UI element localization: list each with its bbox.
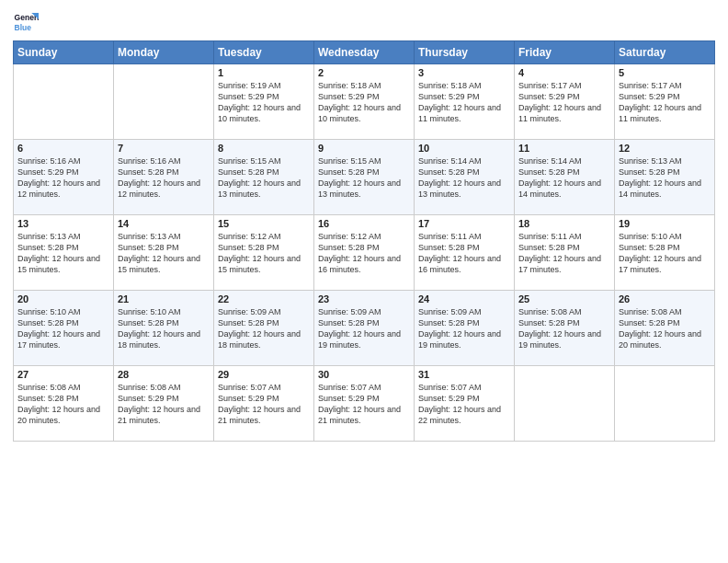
- day-number: 27: [17, 369, 109, 380]
- calendar-cell: 15Sunrise: 5:12 AM Sunset: 5:28 PM Dayli…: [214, 215, 314, 291]
- week-row-3: 13Sunrise: 5:13 AM Sunset: 5:28 PM Dayli…: [14, 215, 715, 291]
- week-row-1: 1Sunrise: 5:19 AM Sunset: 5:29 PM Daylig…: [14, 64, 715, 140]
- day-info: Sunrise: 5:10 AM Sunset: 5:28 PM Dayligh…: [619, 231, 711, 276]
- weekday-header-friday: Friday: [515, 41, 615, 64]
- calendar-cell: 1Sunrise: 5:19 AM Sunset: 5:29 PM Daylig…: [214, 64, 314, 140]
- day-info: Sunrise: 5:15 AM Sunset: 5:28 PM Dayligh…: [218, 155, 310, 201]
- week-row-2: 6Sunrise: 5:16 AM Sunset: 5:29 PM Daylig…: [14, 140, 715, 215]
- day-info: Sunrise: 5:08 AM Sunset: 5:28 PM Dayligh…: [518, 306, 610, 351]
- day-number: 8: [218, 143, 310, 154]
- calendar-cell: 18Sunrise: 5:11 AM Sunset: 5:28 PM Dayli…: [515, 215, 615, 291]
- day-number: 11: [518, 143, 610, 154]
- day-info: Sunrise: 5:11 AM Sunset: 5:28 PM Dayligh…: [418, 231, 510, 276]
- calendar-cell: 22Sunrise: 5:09 AM Sunset: 5:28 PM Dayli…: [214, 291, 314, 366]
- day-number: 21: [118, 293, 210, 304]
- weekday-header-thursday: Thursday: [415, 41, 515, 64]
- day-info: Sunrise: 5:16 AM Sunset: 5:29 PM Dayligh…: [17, 155, 109, 201]
- calendar-cell: 30Sunrise: 5:07 AM Sunset: 5:29 PM Dayli…: [314, 366, 415, 442]
- weekday-header-monday: Monday: [114, 41, 214, 64]
- day-info: Sunrise: 5:08 AM Sunset: 5:28 PM Dayligh…: [619, 306, 711, 351]
- day-info: Sunrise: 5:17 AM Sunset: 5:29 PM Dayligh…: [518, 80, 610, 125]
- day-info: Sunrise: 5:15 AM Sunset: 5:28 PM Dayligh…: [318, 155, 410, 201]
- weekday-header-tuesday: Tuesday: [214, 41, 314, 64]
- day-number: 19: [619, 218, 711, 229]
- calendar-cell: 7Sunrise: 5:16 AM Sunset: 5:28 PM Daylig…: [114, 140, 214, 215]
- day-info: Sunrise: 5:09 AM Sunset: 5:28 PM Dayligh…: [318, 306, 410, 351]
- logo: General Blue: [13, 9, 42, 35]
- calendar-cell: 24Sunrise: 5:09 AM Sunset: 5:28 PM Dayli…: [415, 291, 515, 366]
- calendar-cell: [114, 64, 214, 140]
- calendar-cell: 4Sunrise: 5:17 AM Sunset: 5:29 PM Daylig…: [515, 64, 615, 140]
- calendar-cell: [14, 64, 114, 140]
- day-number: 5: [619, 67, 711, 78]
- day-number: 16: [318, 218, 410, 229]
- calendar-cell: 16Sunrise: 5:12 AM Sunset: 5:28 PM Dayli…: [314, 215, 415, 291]
- day-info: Sunrise: 5:09 AM Sunset: 5:28 PM Dayligh…: [418, 306, 510, 351]
- calendar-cell: 26Sunrise: 5:08 AM Sunset: 5:28 PM Dayli…: [615, 291, 715, 366]
- day-info: Sunrise: 5:11 AM Sunset: 5:28 PM Dayligh…: [518, 231, 610, 276]
- calendar-cell: 6Sunrise: 5:16 AM Sunset: 5:29 PM Daylig…: [14, 140, 114, 215]
- calendar-cell: [615, 366, 715, 442]
- day-info: Sunrise: 5:19 AM Sunset: 5:29 PM Dayligh…: [218, 80, 310, 125]
- day-info: Sunrise: 5:14 AM Sunset: 5:28 PM Dayligh…: [418, 155, 510, 201]
- day-number: 14: [118, 218, 210, 229]
- day-number: 29: [218, 369, 310, 380]
- day-info: Sunrise: 5:13 AM Sunset: 5:28 PM Dayligh…: [17, 231, 109, 276]
- calendar-cell: 29Sunrise: 5:07 AM Sunset: 5:29 PM Dayli…: [214, 366, 314, 442]
- day-number: 24: [418, 293, 510, 304]
- day-info: Sunrise: 5:12 AM Sunset: 5:28 PM Dayligh…: [318, 231, 410, 276]
- day-number: 1: [218, 67, 310, 78]
- calendar-cell: 5Sunrise: 5:17 AM Sunset: 5:29 PM Daylig…: [615, 64, 715, 140]
- day-info: Sunrise: 5:07 AM Sunset: 5:29 PM Dayligh…: [418, 382, 510, 427]
- page: General Blue SundayMondayTuesdayWednesda…: [0, 0, 728, 563]
- weekday-header-saturday: Saturday: [615, 41, 715, 64]
- day-info: Sunrise: 5:12 AM Sunset: 5:28 PM Dayligh…: [218, 231, 310, 276]
- calendar-cell: 14Sunrise: 5:13 AM Sunset: 5:28 PM Dayli…: [114, 215, 214, 291]
- calendar-cell: [515, 366, 615, 442]
- day-number: 30: [318, 369, 410, 380]
- day-info: Sunrise: 5:14 AM Sunset: 5:28 PM Dayligh…: [518, 155, 610, 201]
- day-number: 2: [318, 67, 410, 78]
- calendar-cell: 25Sunrise: 5:08 AM Sunset: 5:28 PM Dayli…: [515, 291, 615, 366]
- day-number: 13: [17, 218, 109, 229]
- day-number: 25: [518, 293, 610, 304]
- week-row-4: 20Sunrise: 5:10 AM Sunset: 5:28 PM Dayli…: [14, 291, 715, 366]
- day-number: 20: [17, 293, 109, 304]
- week-row-5: 27Sunrise: 5:08 AM Sunset: 5:28 PM Dayli…: [14, 366, 715, 442]
- day-info: Sunrise: 5:16 AM Sunset: 5:28 PM Dayligh…: [118, 155, 210, 201]
- day-number: 23: [318, 293, 410, 304]
- calendar-cell: 28Sunrise: 5:08 AM Sunset: 5:29 PM Dayli…: [114, 366, 214, 442]
- day-info: Sunrise: 5:18 AM Sunset: 5:29 PM Dayligh…: [418, 80, 510, 125]
- calendar-cell: 17Sunrise: 5:11 AM Sunset: 5:28 PM Dayli…: [415, 215, 515, 291]
- day-number: 31: [418, 369, 510, 380]
- calendar-cell: 23Sunrise: 5:09 AM Sunset: 5:28 PM Dayli…: [314, 291, 415, 366]
- day-number: 3: [418, 67, 510, 78]
- svg-text:Blue: Blue: [15, 23, 32, 32]
- calendar-table: SundayMondayTuesdayWednesdayThursdayFrid…: [13, 40, 715, 442]
- day-number: 6: [17, 143, 109, 154]
- calendar-cell: 2Sunrise: 5:18 AM Sunset: 5:29 PM Daylig…: [314, 64, 415, 140]
- calendar-cell: 11Sunrise: 5:14 AM Sunset: 5:28 PM Dayli…: [515, 140, 615, 215]
- calendar-cell: 8Sunrise: 5:15 AM Sunset: 5:28 PM Daylig…: [214, 140, 314, 215]
- day-number: 10: [418, 143, 510, 154]
- calendar-cell: 3Sunrise: 5:18 AM Sunset: 5:29 PM Daylig…: [415, 64, 515, 140]
- day-info: Sunrise: 5:13 AM Sunset: 5:28 PM Dayligh…: [619, 155, 711, 201]
- day-info: Sunrise: 5:17 AM Sunset: 5:29 PM Dayligh…: [619, 80, 711, 125]
- day-number: 12: [619, 143, 711, 154]
- calendar-cell: 9Sunrise: 5:15 AM Sunset: 5:28 PM Daylig…: [314, 140, 415, 215]
- day-number: 22: [218, 293, 310, 304]
- calendar-cell: 20Sunrise: 5:10 AM Sunset: 5:28 PM Dayli…: [14, 291, 114, 366]
- header: General Blue: [13, 9, 715, 35]
- day-info: Sunrise: 5:13 AM Sunset: 5:28 PM Dayligh…: [118, 231, 210, 276]
- day-number: 26: [619, 293, 711, 304]
- calendar-cell: 19Sunrise: 5:10 AM Sunset: 5:28 PM Dayli…: [615, 215, 715, 291]
- day-number: 18: [518, 218, 610, 229]
- day-number: 28: [118, 369, 210, 380]
- calendar-cell: 21Sunrise: 5:10 AM Sunset: 5:28 PM Dayli…: [114, 291, 214, 366]
- weekday-header-row: SundayMondayTuesdayWednesdayThursdayFrid…: [14, 41, 715, 64]
- day-info: Sunrise: 5:10 AM Sunset: 5:28 PM Dayligh…: [17, 306, 109, 351]
- logo-icon: General Blue: [13, 9, 39, 35]
- calendar-cell: 13Sunrise: 5:13 AM Sunset: 5:28 PM Dayli…: [14, 215, 114, 291]
- day-info: Sunrise: 5:18 AM Sunset: 5:29 PM Dayligh…: [318, 80, 410, 125]
- calendar-cell: 31Sunrise: 5:07 AM Sunset: 5:29 PM Dayli…: [415, 366, 515, 442]
